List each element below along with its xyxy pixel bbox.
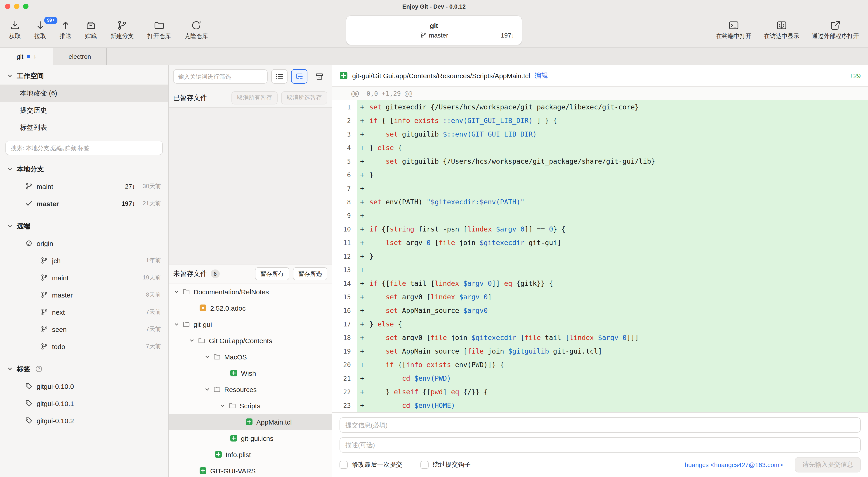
commit-message-input[interactable]	[340, 417, 861, 433]
toolbar-open-repo-button[interactable]: 打开仓库	[147, 20, 171, 40]
diff-body[interactable]: 1+set gitexecdir {/Users/hcs/workspace/g…	[332, 100, 868, 412]
tab-electron[interactable]: electron	[53, 48, 107, 65]
tree-folder-row[interactable]: Resources	[168, 381, 332, 397]
hunk-header: @@ -0,0 +1,29 @@	[332, 87, 868, 100]
toolbar-open-external-button[interactable]: 通过外部程序打开	[812, 20, 859, 40]
diff-code: }	[368, 252, 373, 261]
remote-branch-row[interactable]: jch1年前	[0, 252, 168, 269]
new-branch-icon	[117, 20, 127, 31]
tag-row[interactable]: gitgui-0.10.2	[0, 412, 168, 429]
remote-branch-row[interactable]: maint19天前	[0, 269, 168, 286]
workspace-section-header[interactable]: 工作空间	[0, 67, 168, 85]
diff-line: 4+} else {	[332, 141, 868, 155]
sidebar-search-input[interactable]	[5, 141, 163, 155]
checkbox-box[interactable]	[421, 461, 429, 469]
tags-title: 标签	[17, 365, 30, 373]
skip-hooks-checkbox[interactable]: 绕过提交钩子	[421, 461, 471, 469]
diff-code: set env(PATH) "$gitexecdir:$env(PATH)"	[368, 198, 524, 206]
tree-folder-row[interactable]: Git Gui.app/Contents	[168, 332, 332, 349]
chevron-down-icon[interactable]	[205, 387, 210, 392]
toolbar-clone-repo-button[interactable]: 克隆仓库	[184, 20, 208, 40]
help-icon[interactable]: ?	[35, 365, 42, 372]
chevron-down-icon[interactable]	[205, 354, 210, 359]
tree-folder-row[interactable]: git-gui	[168, 316, 332, 332]
tag-name: gitgui-0.10.2	[37, 417, 161, 424]
status-added-icon	[215, 451, 222, 458]
diff-code: lset argv 0 [file join $gitexecdir git-g…	[368, 239, 561, 247]
remote-branch-row[interactable]: seen7天前	[0, 321, 168, 338]
chevron-down-icon[interactable]	[174, 322, 179, 327]
toolbar-button-label: 在终端中打开	[716, 32, 751, 40]
chevron-down-icon[interactable]	[220, 403, 225, 408]
stage-selected-button[interactable]: 暂存所选	[293, 267, 327, 280]
tag-row[interactable]: gitgui-0.10.0	[0, 378, 168, 395]
remote-branch-row[interactable]: next7天前	[0, 303, 168, 321]
behind-arrow-icon: ↓	[33, 53, 36, 60]
chevron-down-icon[interactable]	[189, 338, 194, 343]
branch-name: seen	[52, 325, 135, 333]
branch-name: master	[52, 291, 135, 299]
stage-all-button[interactable]: 暂存所有	[255, 267, 289, 280]
repo-card[interactable]: git master 197↓	[346, 16, 522, 45]
archive-view-button[interactable]	[311, 69, 327, 84]
workspace-item[interactable]: 提交历史	[0, 102, 168, 119]
tree-folder-row[interactable]: MacOS	[168, 349, 332, 365]
toolbar-push-button[interactable]: 推送	[60, 20, 71, 40]
remote-branch-row[interactable]: todo7天前	[0, 338, 168, 355]
tree-file-row[interactable]: Info.plist	[168, 446, 332, 463]
chevron-down-icon[interactable]	[174, 289, 179, 294]
tree-folder-row[interactable]: Documentation/RelNotes	[168, 284, 332, 300]
relative-time: 21天前	[139, 199, 161, 208]
filter-input[interactable]	[173, 69, 268, 84]
tab-git[interactable]: git↓	[0, 48, 53, 65]
local-branch-row[interactable]: master197↓21天前	[0, 195, 168, 212]
tree-view-button[interactable]	[291, 69, 307, 84]
tag-name: gitgui-0.10.1	[37, 399, 161, 407]
branch-name: jch	[52, 257, 135, 264]
tags-section-header[interactable]: 标签 ?	[0, 360, 168, 378]
tree-file-row[interactable]: GIT-GUI-VARS	[168, 463, 332, 477]
commit-description-input[interactable]	[340, 437, 861, 453]
tree-file-row[interactable]: Wish	[168, 365, 332, 381]
toolbar-new-branch-button[interactable]: 新建分支	[110, 20, 134, 40]
remote-origin-row[interactable]: origin	[0, 235, 168, 252]
workspace-item[interactable]: 本地改变 (6)	[0, 85, 168, 102]
unstage-selected-button[interactable]: 取消所选暂存	[281, 91, 327, 104]
workspace-item[interactable]: 标签列表	[0, 119, 168, 136]
tag-row[interactable]: gitgui-0.10.1	[0, 395, 168, 412]
unstage-all-button[interactable]: 取消所有暂存	[231, 91, 278, 104]
line-number: 23	[332, 399, 357, 412]
amend-checkbox[interactable]: 修改最后一次提交	[340, 461, 402, 469]
tree-file-row[interactable]: 2.52.0.adoc	[168, 300, 332, 316]
remote-branch-row[interactable]: master8天前	[0, 286, 168, 303]
relative-time: 1年前	[139, 256, 161, 265]
minimize-window-button[interactable]	[14, 4, 20, 9]
edit-file-link[interactable]: 编辑	[535, 71, 548, 80]
remotes-section-header[interactable]: 远端	[0, 217, 168, 235]
tab-bar-spacer	[107, 48, 868, 65]
commit-button[interactable]: 请先输入提交信息	[795, 457, 861, 473]
list-view-button[interactable]	[271, 69, 287, 84]
toolbar-pull-button[interactable]: 拉取99+	[34, 20, 46, 40]
toolbar-stash-button[interactable]: 贮藏	[85, 20, 97, 40]
zoom-window-button[interactable]	[23, 4, 29, 9]
node-label: Info.plist	[225, 451, 251, 458]
toolbar-reveal-finder-button[interactable]: 在访达中显示	[764, 20, 799, 40]
toolbar-fetch-button[interactable]: 获取	[9, 20, 21, 40]
tree-file-row[interactable]: git-gui.icns	[168, 430, 332, 446]
author-link[interactable]: huangcs <huangcs427@163.com>	[685, 461, 783, 469]
folder-icon	[213, 353, 221, 360]
local-branches-section-header[interactable]: 本地分支	[0, 160, 168, 178]
tag-icon	[25, 400, 33, 407]
tree-file-row[interactable]: AppMain.tcl	[168, 414, 332, 430]
diff-line: 17+} else {	[332, 318, 868, 331]
toolbar-open-terminal-button[interactable]: 在终端中打开	[716, 20, 751, 40]
chevron-down-icon	[7, 223, 13, 229]
local-branch-row[interactable]: maint27↓30天前	[0, 178, 168, 195]
status-added-icon	[230, 435, 237, 442]
line-number: 10	[332, 222, 357, 236]
tree-folder-row[interactable]: Scripts	[168, 397, 332, 414]
close-window-button[interactable]	[5, 4, 10, 9]
checkbox-box[interactable]	[340, 461, 348, 469]
diff-line: 9+	[332, 209, 868, 222]
